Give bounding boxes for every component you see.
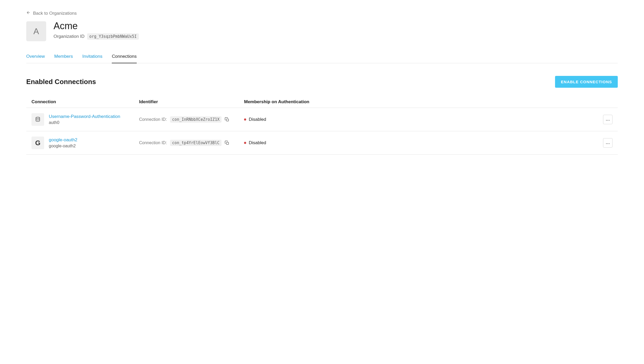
connection-name-link[interactable]: Username-Password-Authentication bbox=[49, 114, 120, 119]
connection-id-label: Connection ID: bbox=[139, 141, 167, 145]
membership-status: Disabled bbox=[249, 140, 266, 145]
svg-point-1 bbox=[36, 117, 40, 119]
arrow-left-icon bbox=[26, 11, 30, 16]
org-avatar-letter: A bbox=[33, 27, 39, 36]
org-id-value: org_Y3sqzbPmbNWaUx5I bbox=[87, 33, 139, 40]
svg-point-4 bbox=[608, 120, 608, 121]
org-id-row: Organization ID org_Y3sqzbPmbNWaUx5I bbox=[54, 33, 139, 40]
tab-invitations[interactable]: Invitations bbox=[82, 54, 103, 63]
svg-point-8 bbox=[608, 143, 608, 144]
back-to-organizations-link[interactable]: Back to Organizations bbox=[26, 11, 77, 16]
table-row: Username-Password-Authentication auth0 C… bbox=[26, 108, 618, 131]
google-icon: G bbox=[31, 137, 44, 149]
svg-rect-2 bbox=[226, 119, 229, 121]
svg-point-7 bbox=[606, 143, 607, 144]
org-name: Acme bbox=[54, 21, 139, 31]
connection-name-link[interactable]: google-oauth2 bbox=[49, 137, 77, 143]
more-horizontal-icon bbox=[605, 117, 610, 122]
col-header-connection: Connection bbox=[31, 99, 139, 105]
tabs: Overview Members Invitations Connections bbox=[26, 54, 618, 63]
org-id-label: Organization ID bbox=[54, 34, 85, 39]
connection-id-value: con_InRNbbXCeZroIZ1X bbox=[170, 116, 222, 123]
org-avatar: A bbox=[26, 21, 46, 41]
svg-point-9 bbox=[609, 143, 610, 144]
org-header: A Acme Organization ID org_Y3sqzbPmbNWaU… bbox=[26, 21, 618, 41]
tab-members[interactable]: Members bbox=[54, 54, 73, 63]
svg-point-5 bbox=[609, 120, 610, 121]
col-header-identifier: Identifier bbox=[139, 99, 244, 105]
table-header-row: Connection Identifier Membership on Auth… bbox=[26, 96, 618, 108]
connections-table: Connection Identifier Membership on Auth… bbox=[26, 96, 618, 155]
membership-status: Disabled bbox=[249, 117, 266, 122]
copy-icon[interactable] bbox=[225, 117, 229, 122]
database-icon bbox=[31, 113, 44, 126]
connection-strategy: auth0 bbox=[49, 120, 120, 125]
connection-strategy: google-oauth2 bbox=[49, 144, 77, 148]
tab-connections[interactable]: Connections bbox=[112, 54, 137, 63]
row-actions-button[interactable] bbox=[603, 138, 613, 148]
status-dot-icon bbox=[244, 118, 246, 121]
connection-id-value: con_tp4YrElEowVf3BlC bbox=[170, 140, 222, 146]
row-actions-button[interactable] bbox=[603, 115, 613, 124]
tab-overview[interactable]: Overview bbox=[26, 54, 45, 63]
enable-connections-button[interactable]: ENABLE CONNECTIONS bbox=[555, 76, 618, 88]
connection-id-label: Connection ID: bbox=[139, 117, 167, 122]
col-header-membership: Membership on Authentication bbox=[244, 99, 597, 105]
table-row: G google-oauth2 google-oauth2 Connection… bbox=[26, 131, 618, 155]
copy-icon[interactable] bbox=[225, 141, 229, 145]
section-header: Enabled Connections ENABLE CONNECTIONS bbox=[26, 76, 618, 88]
status-dot-icon bbox=[244, 142, 246, 144]
back-link-label: Back to Organizations bbox=[33, 11, 77, 16]
section-title: Enabled Connections bbox=[26, 78, 96, 86]
more-horizontal-icon bbox=[605, 141, 610, 145]
svg-rect-6 bbox=[226, 142, 229, 144]
svg-point-3 bbox=[606, 120, 607, 121]
